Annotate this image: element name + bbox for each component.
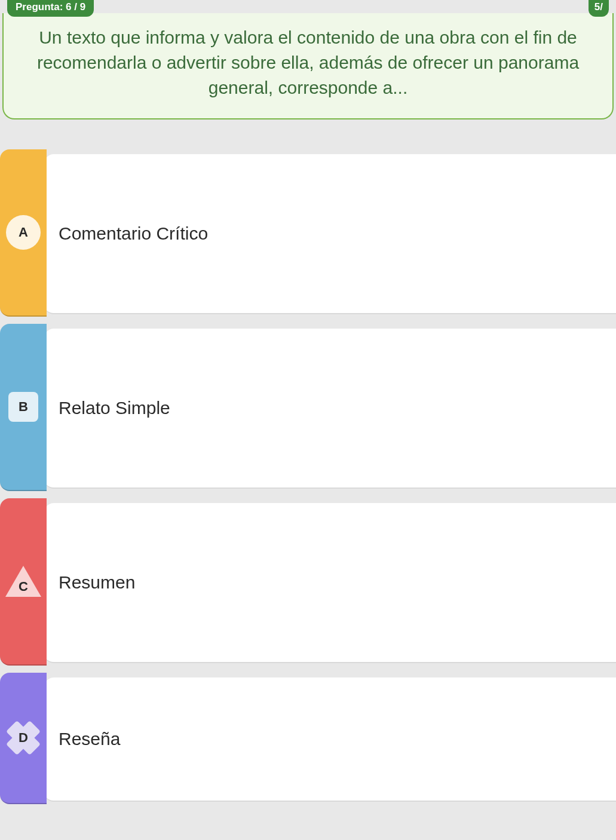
answer-option-a[interactable]: A Comentario Crítico: [0, 149, 616, 317]
answer-sidebar-a: A: [0, 149, 47, 317]
answer-sidebar-c: C: [0, 498, 47, 666]
answer-text-d: Reseña: [44, 677, 616, 802]
answer-sidebar-d: D: [0, 673, 47, 804]
answer-option-c[interactable]: C Resumen: [0, 498, 616, 666]
answer-option-d[interactable]: D Reseña: [0, 673, 616, 804]
answer-letter-a: A: [6, 215, 41, 250]
answer-text-b: Relato Simple: [44, 329, 616, 489]
answer-sidebar-b: B: [0, 324, 47, 491]
answer-letter-d: D: [7, 721, 40, 755]
answers-list: A Comentario Crítico B Relato Simple C R…: [0, 149, 616, 804]
answer-option-b[interactable]: B Relato Simple: [0, 324, 616, 491]
answer-text-a: Comentario Crítico: [44, 154, 616, 314]
answer-text-c: Resumen: [44, 503, 616, 663]
question-text: Un texto que informa y valora el conteni…: [2, 13, 614, 119]
answer-letter-c: C: [5, 579, 41, 594]
question-counter-badge: Pregunta: 6 / 9: [7, 0, 94, 17]
answer-letter-b: B: [8, 392, 38, 422]
score-badge: 5/: [589, 0, 609, 17]
